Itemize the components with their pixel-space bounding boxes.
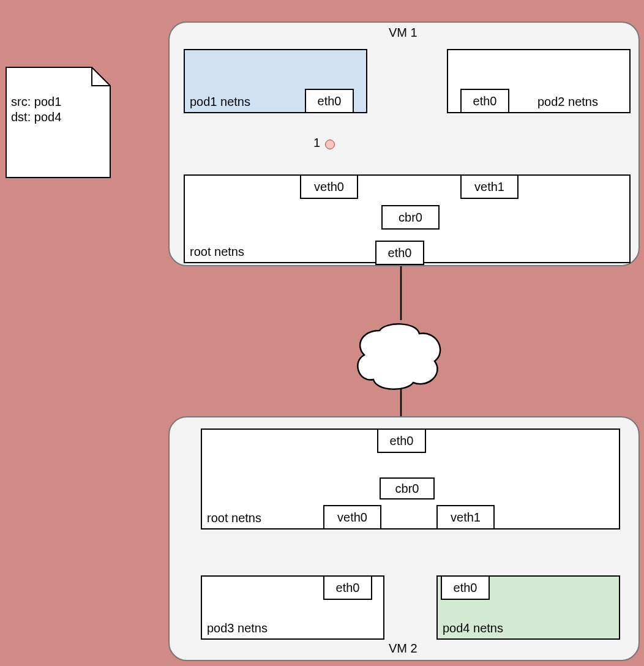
note-line1: src: pod1 xyxy=(11,95,61,109)
pod4-eth0-label: eth0 xyxy=(454,581,477,595)
pod1-eth0-label: eth0 xyxy=(318,94,342,108)
vm1-veth1-box: veth1 xyxy=(460,174,519,199)
vm1-veth0-label: veth0 xyxy=(314,180,344,194)
vm1-veth0-box: veth0 xyxy=(300,174,358,199)
vm2-root-netns-label: root netns xyxy=(207,511,261,525)
pod3-netns-label: pod3 netns xyxy=(207,621,268,635)
vm1-eth0-box: eth0 xyxy=(375,241,424,265)
vm2-eth0-box: eth0 xyxy=(377,428,426,453)
pod1-netns-label: pod1 netns xyxy=(190,95,250,109)
pod2-eth0-box: eth0 xyxy=(460,89,509,113)
vm2-title: VM 2 xyxy=(389,642,417,656)
vm2-veth1-box: veth1 xyxy=(436,505,495,529)
vm2-veth1-label: veth1 xyxy=(451,511,481,525)
vm2-veth0-box: veth0 xyxy=(323,505,381,529)
step-marker-1-label: 1 xyxy=(313,136,320,150)
vm1-cbr0-box: cbr0 xyxy=(381,205,440,230)
vm2-veth0-label: veth0 xyxy=(337,511,367,525)
note-line2: dst: pod4 xyxy=(11,110,61,124)
vm1-root-netns-label: root netns xyxy=(190,245,244,259)
vm2-eth0-label: eth0 xyxy=(390,434,414,448)
pod1-eth0-box: eth0 xyxy=(305,89,354,113)
pod2-netns-label: pod2 netns xyxy=(537,95,598,109)
step-marker-1 xyxy=(325,140,335,149)
pod3-eth0-box: eth0 xyxy=(323,575,372,600)
pod3-eth0-label: eth0 xyxy=(336,581,360,595)
pod2-eth0-label: eth0 xyxy=(473,94,497,108)
pod4-eth0-box: eth0 xyxy=(441,575,490,600)
vm1-cbr0-label: cbr0 xyxy=(399,211,422,225)
pod4-netns-label: pod4 netns xyxy=(443,621,503,635)
vm2-cbr0-box: cbr0 xyxy=(380,477,435,500)
vm2-cbr0-label: cbr0 xyxy=(395,482,419,496)
vm1-title: VM 1 xyxy=(389,26,417,40)
vm1-veth1-label: veth1 xyxy=(474,180,504,194)
vm1-eth0-label: eth0 xyxy=(388,246,412,260)
